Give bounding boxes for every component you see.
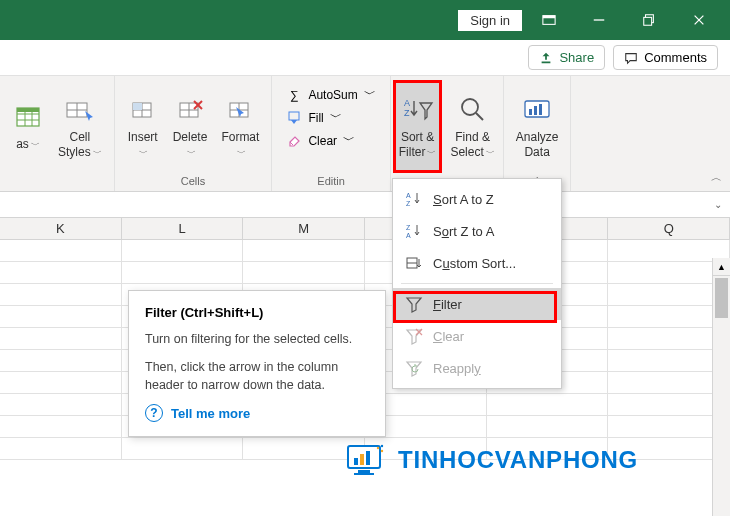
- clear-button[interactable]: Clear ﹀: [282, 130, 379, 151]
- svg-rect-4: [644, 17, 652, 25]
- cell[interactable]: [0, 372, 122, 394]
- watermark: TINHOCVANPHONG: [340, 440, 638, 480]
- svg-point-52: [377, 447, 379, 449]
- sign-in-button[interactable]: Sign in: [458, 10, 522, 31]
- menu-sort-az[interactable]: AZ Sort A to Z: [393, 183, 561, 215]
- cell[interactable]: [0, 262, 122, 284]
- delete-button[interactable]: Delete﹀: [167, 80, 214, 173]
- cell[interactable]: [0, 240, 122, 262]
- find-select-button[interactable]: Find & Select﹀: [444, 80, 500, 173]
- svg-rect-51: [354, 473, 374, 475]
- formula-bar-expand-icon[interactable]: ⌄: [714, 199, 722, 210]
- share-button[interactable]: Share: [528, 45, 605, 70]
- svg-text:Z: Z: [406, 224, 411, 231]
- cell-styles-button[interactable]: Cell Styles﹀: [52, 80, 108, 173]
- cell[interactable]: [0, 416, 122, 438]
- grid-row: [0, 262, 730, 284]
- clear-filter-icon: [405, 327, 423, 345]
- sort-filter-icon: AZ: [402, 94, 434, 126]
- watermark-logo-icon: [340, 440, 388, 480]
- table-icon: [12, 101, 44, 133]
- delete-cells-icon: [174, 94, 206, 126]
- cell[interactable]: [487, 416, 609, 438]
- tooltip-text: Then, click the arrow in the column head…: [145, 358, 369, 394]
- cell[interactable]: [0, 328, 122, 350]
- autosum-button[interactable]: ∑ AutoSum ﹀: [282, 84, 379, 105]
- editing-group-label: Editin: [317, 173, 345, 189]
- menu-sort-za[interactable]: ZA Sort Z to A: [393, 215, 561, 247]
- menu-label: Filter: [433, 297, 462, 312]
- menu-label: Custom Sort...: [433, 256, 516, 271]
- cell[interactable]: [243, 262, 365, 284]
- svg-text:A: A: [406, 192, 411, 199]
- menu-filter[interactable]: Filter: [393, 288, 561, 320]
- svg-rect-49: [366, 451, 370, 465]
- sort-za-icon: ZA: [405, 222, 423, 240]
- cell[interactable]: [0, 438, 122, 460]
- menu-clear: Clear: [393, 320, 561, 352]
- format-button[interactable]: Format﹀: [215, 80, 265, 173]
- fill-down-icon: [286, 110, 302, 126]
- insert-button[interactable]: Insert﹀: [121, 80, 165, 173]
- svg-rect-29: [289, 112, 299, 120]
- tooltip-text: Turn on filtering for the selected cells…: [145, 330, 369, 348]
- vertical-scrollbar[interactable]: ▲: [712, 258, 730, 516]
- sort-az-icon: AZ: [405, 190, 423, 208]
- col-header[interactable]: M: [243, 218, 365, 240]
- sort-filter-menu: AZ Sort A to Z ZA Sort Z to A Custom Sor…: [392, 178, 562, 389]
- sigma-icon: ∑: [286, 87, 302, 103]
- col-header[interactable]: Q: [608, 218, 730, 240]
- close-icon[interactable]: [676, 0, 722, 40]
- menu-label: Sort A to Z: [433, 192, 494, 207]
- svg-line-33: [476, 113, 483, 120]
- menu-label: Sort Z to A: [433, 224, 494, 239]
- menu-label: Reapply: [433, 361, 481, 376]
- eraser-icon: [286, 133, 302, 149]
- cell[interactable]: [0, 306, 122, 328]
- svg-rect-13: [17, 108, 39, 112]
- insert-cells-icon: [127, 94, 159, 126]
- sort-filter-button[interactable]: AZ Sort & Filter﹀: [393, 80, 443, 173]
- cell[interactable]: [0, 284, 122, 306]
- analyze-data-button[interactable]: Analyze Data: [510, 80, 565, 173]
- col-header[interactable]: L: [122, 218, 244, 240]
- svg-text:A: A: [406, 232, 411, 239]
- col-header[interactable]: K: [0, 218, 122, 240]
- ribbon-display-icon[interactable]: [526, 0, 572, 40]
- tooltip-title: Filter (Ctrl+Shift+L): [145, 305, 369, 320]
- menu-reapply: Reapply: [393, 352, 561, 384]
- tooltip-link-label: Tell me more: [171, 406, 250, 421]
- minimize-icon[interactable]: [576, 0, 622, 40]
- svg-point-53: [381, 445, 383, 447]
- cell[interactable]: [122, 262, 244, 284]
- group-label: [55, 173, 58, 189]
- svg-text:Z: Z: [406, 200, 411, 207]
- reapply-icon: [405, 359, 423, 377]
- restore-icon[interactable]: [626, 0, 672, 40]
- help-icon: ?: [145, 404, 163, 422]
- format-cells-icon: [224, 94, 256, 126]
- menu-label: Clear: [433, 329, 464, 344]
- scroll-thumb[interactable]: [715, 278, 728, 318]
- cell[interactable]: [122, 240, 244, 262]
- comments-button[interactable]: Comments: [613, 45, 718, 70]
- cell[interactable]: [243, 240, 365, 262]
- collapse-ribbon-icon[interactable]: ︿: [711, 170, 722, 185]
- cell[interactable]: [0, 350, 122, 372]
- svg-rect-7: [542, 61, 551, 63]
- cell[interactable]: [487, 394, 609, 416]
- formula-bar[interactable]: ⌄: [0, 192, 730, 218]
- cell[interactable]: [0, 394, 122, 416]
- menu-custom-sort[interactable]: Custom Sort...: [393, 247, 561, 279]
- scroll-up-icon[interactable]: ▲: [713, 258, 730, 276]
- filter-icon: [405, 295, 423, 313]
- svg-rect-20: [133, 103, 142, 110]
- svg-rect-1: [543, 16, 555, 19]
- tell-me-more-link[interactable]: ? Tell me more: [145, 404, 369, 422]
- custom-sort-icon: [405, 254, 423, 272]
- comments-label: Comments: [644, 50, 707, 65]
- fill-button[interactable]: Fill ﹀: [282, 107, 379, 128]
- cell[interactable]: [122, 438, 244, 460]
- format-as-table-button[interactable]: as﹀: [6, 80, 50, 173]
- svg-point-54: [381, 450, 383, 452]
